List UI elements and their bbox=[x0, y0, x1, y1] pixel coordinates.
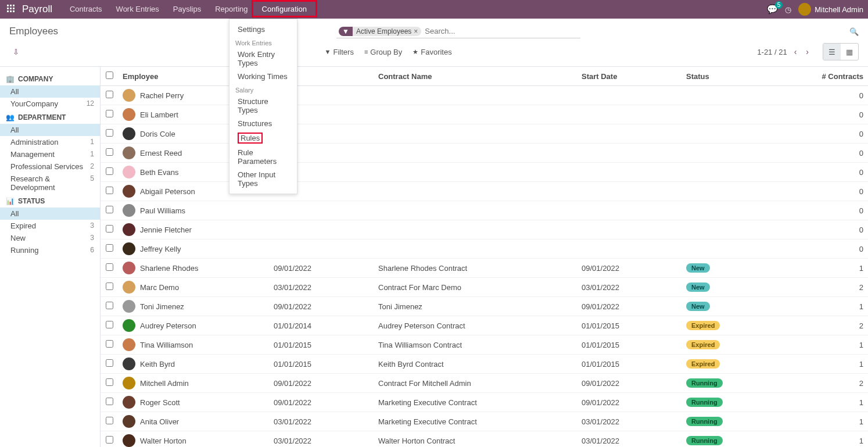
dropdown-working-times[interactable]: Working Times bbox=[229, 70, 297, 83]
pager-text[interactable]: 1-21 / 21 bbox=[757, 48, 787, 56]
ref-date-cell: 09/01/2022 bbox=[269, 297, 374, 316]
row-checkbox[interactable] bbox=[106, 225, 113, 233]
contract-name-cell bbox=[374, 239, 577, 259]
col-contract-name[interactable]: Contract Name bbox=[374, 67, 577, 86]
table-row[interactable]: Keith Byrd01/01/2015Keith Byrd Contract0… bbox=[101, 355, 868, 374]
nav-payslips[interactable]: Payslips bbox=[166, 0, 208, 19]
kanban-view-button[interactable]: ▦ bbox=[841, 44, 858, 60]
table-row[interactable]: Tina Williamson01/01/2015Tina Williamson… bbox=[101, 335, 868, 355]
sidebar-item[interactable]: Management1 bbox=[0, 148, 100, 160]
nav-configuration[interactable]: Configuration bbox=[255, 0, 314, 19]
col-start-date[interactable]: Start Date bbox=[577, 67, 682, 86]
table-row[interactable]: Ernest Reed0 bbox=[101, 144, 868, 163]
table-row[interactable]: Jeffrey Kelly0 bbox=[101, 239, 868, 259]
status-cell bbox=[682, 105, 804, 124]
contract-name-cell: Toni Jimenez bbox=[374, 297, 577, 316]
row-checkbox[interactable] bbox=[106, 282, 113, 290]
search-icon[interactable]: 🔍 bbox=[849, 27, 859, 36]
row-checkbox[interactable] bbox=[106, 302, 113, 309]
select-all-checkbox[interactable] bbox=[106, 71, 113, 79]
sidebar-item-count: 12 bbox=[87, 99, 94, 108]
table-row[interactable]: Sharlene Rhodes09/01/2022Sharlene Rhodes… bbox=[101, 259, 868, 278]
row-checkbox[interactable] bbox=[106, 340, 113, 348]
row-checkbox[interactable] bbox=[106, 378, 113, 386]
search-input[interactable] bbox=[421, 26, 578, 37]
pager-prev-icon[interactable]: ‹ bbox=[792, 45, 799, 59]
nav-contracts[interactable]: Contracts bbox=[63, 0, 109, 19]
row-checkbox[interactable] bbox=[106, 148, 113, 156]
table-row[interactable]: Walter Horton03/01/2022Walter Horton Con… bbox=[101, 431, 868, 448]
status-cell bbox=[682, 163, 804, 182]
table-row[interactable]: Toni Jimenez09/01/2022Toni Jimenez09/01/… bbox=[101, 297, 868, 316]
messaging-icon[interactable]: 💬 5 bbox=[767, 4, 778, 15]
row-checkbox[interactable] bbox=[106, 167, 113, 175]
filters-button[interactable]: ▼Filters bbox=[325, 48, 354, 56]
row-checkbox[interactable] bbox=[106, 91, 113, 98]
search-box[interactable]: ▼ Active Employees × bbox=[336, 24, 580, 38]
list-icon: ≡ bbox=[364, 48, 368, 55]
activities-icon[interactable]: ◷ bbox=[785, 5, 791, 14]
table-row[interactable]: Mitchell Admin09/01/2022Contract For Mit… bbox=[101, 374, 868, 393]
row-checkbox[interactable] bbox=[106, 359, 113, 367]
start-date-cell: 01/01/2015 bbox=[577, 335, 682, 355]
sidebar-item[interactable]: All bbox=[0, 85, 100, 98]
brand-title[interactable]: Payroll bbox=[22, 3, 52, 15]
dropdown-other-input-types[interactable]: Other Input Types bbox=[229, 168, 297, 190]
table-row[interactable]: Audrey Peterson01/01/2014Audrey Peterson… bbox=[101, 316, 868, 335]
dropdown-rules[interactable]: Rules bbox=[229, 130, 297, 146]
list-view-button[interactable]: ☰ bbox=[823, 44, 841, 60]
export-icon[interactable]: ⇩ bbox=[13, 48, 19, 56]
sidebar-item[interactable]: Expired3 bbox=[0, 220, 100, 232]
dropdown-structure-types[interactable]: Structure Types bbox=[229, 95, 297, 117]
view-switcher: ☰ ▦ bbox=[823, 43, 859, 60]
start-date-cell: 09/01/2022 bbox=[577, 393, 682, 412]
table-row[interactable]: Abigail Peterson0 bbox=[101, 182, 868, 201]
dropdown-structures[interactable]: Structures bbox=[229, 117, 297, 130]
sidebar-item[interactable]: YourCompany12 bbox=[0, 98, 100, 110]
table-row[interactable]: Paul Williams0 bbox=[101, 201, 868, 220]
dropdown-work-entry-types[interactable]: Work Entry Types bbox=[229, 48, 297, 70]
col-status[interactable]: Status bbox=[682, 67, 804, 86]
table-row[interactable]: Jennie Fletcher0 bbox=[101, 220, 868, 239]
status-badge: Running bbox=[686, 436, 723, 445]
sidebar-item[interactable]: Research & Development5 bbox=[0, 173, 100, 194]
sidebar-section-header: 📊STATUS bbox=[0, 194, 100, 208]
sidebar-item-count: 1 bbox=[90, 138, 94, 146]
row-checkbox[interactable] bbox=[106, 110, 113, 117]
table-row[interactable]: Beth Evans0 bbox=[101, 163, 868, 182]
table-row[interactable]: Rachel Perry0 bbox=[101, 86, 868, 105]
row-checkbox[interactable] bbox=[106, 244, 113, 252]
table-row[interactable]: Anita Oliver03/01/2022Marketing Executiv… bbox=[101, 412, 868, 431]
nav-work-entries[interactable]: Work Entries bbox=[109, 0, 166, 19]
nav-reporting[interactable]: Reporting bbox=[208, 0, 254, 19]
row-checkbox[interactable] bbox=[106, 206, 113, 213]
group-by-button[interactable]: ≡Group By bbox=[364, 48, 402, 56]
sidebar-item[interactable]: New3 bbox=[0, 232, 100, 244]
table-row[interactable]: Doris Cole0 bbox=[101, 124, 868, 144]
sidebar-item-label: Professional Services bbox=[10, 162, 83, 171]
col-contracts-count[interactable]: # Contracts bbox=[804, 67, 868, 86]
sidebar-item[interactable]: All bbox=[0, 124, 100, 136]
dropdown-settings[interactable]: Settings bbox=[229, 23, 297, 36]
row-checkbox[interactable] bbox=[106, 263, 113, 271]
sidebar-item[interactable]: Running6 bbox=[0, 244, 100, 256]
table-row[interactable]: Roger Scott09/01/2022Marketing Executive… bbox=[101, 393, 868, 412]
row-checkbox[interactable] bbox=[106, 417, 113, 424]
apps-icon[interactable] bbox=[7, 5, 16, 14]
sidebar-item[interactable]: Professional Services2 bbox=[0, 160, 100, 173]
remove-facet-icon[interactable]: × bbox=[414, 27, 418, 35]
start-date-cell bbox=[577, 220, 682, 239]
user-menu[interactable]: Mitchell Admin bbox=[798, 3, 863, 16]
row-checkbox[interactable] bbox=[106, 398, 113, 405]
row-checkbox[interactable] bbox=[106, 187, 113, 194]
table-row[interactable]: Eli Lambert0 bbox=[101, 105, 868, 124]
pager-next-icon[interactable]: › bbox=[804, 45, 811, 59]
sidebar-item[interactable]: All bbox=[0, 208, 100, 220]
table-row[interactable]: Marc Demo03/01/2022Contract For Marc Dem… bbox=[101, 278, 868, 297]
favorites-button[interactable]: ★Favorites bbox=[413, 48, 451, 56]
sidebar-item[interactable]: Administration1 bbox=[0, 136, 100, 148]
row-checkbox[interactable] bbox=[106, 129, 113, 137]
dropdown-rule-parameters[interactable]: Rule Parameters bbox=[229, 146, 297, 168]
row-checkbox[interactable] bbox=[106, 321, 113, 328]
row-checkbox[interactable] bbox=[106, 436, 113, 444]
